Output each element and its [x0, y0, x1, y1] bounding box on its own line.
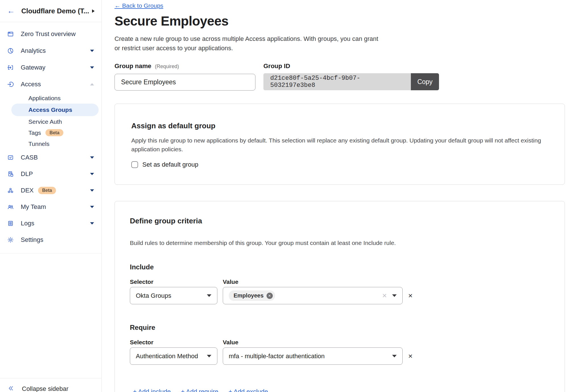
account-header[interactable]: ← Cloudflare Demo (T... [0, 0, 101, 22]
group-name-label: Group name [115, 62, 151, 70]
logs-icon [7, 220, 14, 227]
chevron-up-icon[interactable] [90, 83, 94, 85]
include-heading: Include [130, 263, 550, 271]
page-description: Create a new rule group to use across mu… [115, 34, 568, 53]
analytics-icon [7, 47, 14, 54]
chevron-down-icon[interactable] [90, 206, 94, 208]
sidebar-item-gateway[interactable]: Gateway [0, 59, 101, 76]
account-name: Cloudflare Demo (T... [21, 7, 92, 15]
chevron-down-icon[interactable] [90, 156, 94, 159]
value-tag: Employees ✕ [229, 290, 275, 301]
sidebar-nav: Zero Trust overview Analytics Gateway [0, 22, 101, 253]
require-selector-dropdown[interactable]: Authentication Method [130, 347, 217, 365]
set-default-group-label: Set as default group [142, 161, 198, 168]
sidebar-item-label: Logs [21, 220, 34, 227]
caret-right-icon[interactable] [92, 9, 95, 13]
clear-values-icon[interactable]: ✕ [382, 292, 387, 299]
assign-default-group-card: Assign as default group Apply this rule … [115, 104, 565, 185]
add-include-link[interactable]: + Add include [133, 388, 171, 392]
define-group-criteria-card: Define group criteria Build rules to det… [115, 201, 565, 392]
sidebar-item-label: DEX [21, 187, 34, 194]
copy-button[interactable]: Copy [411, 73, 439, 90]
add-rule-links: + Add include + Add require + Add exclud… [130, 388, 550, 392]
sidebar-item-label: Access [21, 81, 41, 88]
page-title: Secure Employees [115, 13, 568, 29]
sidebar-item-access-groups[interactable]: Access Groups [11, 104, 99, 116]
sidebar-item-logs[interactable]: Logs [0, 215, 101, 232]
include-value-multiselect[interactable]: Employees ✕ ✕ [223, 287, 403, 304]
require-value-dropdown[interactable]: mfa - multiple-factor authentication [223, 347, 403, 365]
sidebar-item-label: Gateway [21, 64, 45, 71]
chevron-down-icon [392, 355, 397, 357]
back-arrow-icon[interactable]: ← [7, 7, 15, 15]
chevron-down-icon[interactable] [90, 189, 94, 192]
sidebar-item-applications[interactable]: Applications [0, 93, 101, 104]
chevron-down-icon[interactable] [90, 173, 94, 175]
sidebar-item-tags[interactable]: Tags Beta [0, 127, 101, 138]
chevron-down-icon [207, 294, 211, 297]
sidebar-item-my-team[interactable]: My Team [0, 199, 101, 215]
require-selector-label: Selector [130, 339, 223, 346]
sidebar-item-settings[interactable]: Settings [0, 232, 101, 248]
sidebar-item-label: Zero Trust overview [21, 30, 76, 38]
sidebar-item-service-auth[interactable]: Service Auth [0, 116, 101, 127]
back-to-groups-link[interactable]: ← Back to Groups [115, 2, 163, 9]
set-default-group-checkbox[interactable] [131, 161, 138, 168]
group-name-id-row: Group name (Required) Group ID d21ce80f-… [115, 62, 568, 91]
chevron-down-icon[interactable] [90, 66, 94, 69]
settings-gear-icon [7, 236, 14, 243]
sidebar-item-analytics[interactable]: Analytics [0, 42, 101, 59]
sidebar-item-access[interactable]: Access [0, 76, 101, 93]
remove-include-rule-icon[interactable]: ✕ [408, 292, 413, 299]
group-id-label: Group ID [263, 62, 439, 70]
sidebar-item-casb[interactable]: CASB [0, 149, 101, 166]
add-exclude-link[interactable]: + Add exclude [228, 388, 268, 392]
include-selector-value: Okta Groups [136, 292, 171, 299]
require-rule-row: Authentication Method mfa - multiple-fac… [130, 347, 550, 365]
sidebar-item-label: DLP [21, 170, 33, 178]
my-team-icon [7, 204, 14, 210]
group-name-input[interactable] [115, 74, 255, 91]
chevron-down-icon[interactable] [90, 222, 94, 225]
add-require-link[interactable]: + Add require [181, 388, 218, 392]
require-heading: Require [130, 324, 550, 332]
sidebar-item-label: Settings [21, 236, 43, 244]
beta-badge: Beta [45, 129, 63, 137]
sidebar-divider [0, 253, 101, 253]
value-tag-label: Employees [234, 292, 264, 299]
define-criteria-title: Define group criteria [130, 217, 550, 225]
main-content: ← Back to Groups Secure Employees Create… [102, 0, 568, 392]
require-value-text: mfa - multiple-factor authentication [229, 353, 325, 360]
sidebar-item-label: Tags [28, 129, 41, 136]
sidebar-item-dlp[interactable]: DLP [0, 166, 101, 182]
sidebar-item-label: CASB [21, 154, 38, 161]
required-hint: (Required) [155, 64, 179, 69]
dlp-icon [7, 171, 14, 177]
define-criteria-description: Build rules to determine membership of t… [130, 238, 550, 247]
include-value-label: Value [223, 278, 238, 285]
group-id-value: d21ce80f-5a25-4bcf-9b07-5032197e3be8 [263, 73, 411, 90]
tag-remove-icon[interactable]: ✕ [267, 293, 273, 299]
sidebar-item-label: Analytics [21, 47, 46, 54]
require-value-label: Value [223, 339, 238, 346]
page-description-line1: Create a new rule group to use across mu… [115, 34, 568, 43]
casb-icon [7, 154, 14, 161]
collapse-sidebar-label: Collapse sidebar [22, 385, 68, 392]
assign-default-group-title: Assign as default group [131, 121, 548, 130]
remove-require-rule-icon[interactable]: ✕ [408, 353, 413, 360]
sidebar-item-label: My Team [21, 203, 46, 211]
collapse-sidebar-button[interactable]: Collapse sidebar [0, 378, 102, 392]
gateway-icon [7, 64, 14, 71]
assign-default-group-description: Apply this rule group to new application… [131, 136, 548, 154]
access-subnav: Applications Access Groups Service Auth … [0, 93, 101, 149]
sidebar-item-dex[interactable]: DEX Beta [0, 182, 101, 199]
zero-trust-dashboard: ← Cloudflare Demo (T... Zero Trust overv… [0, 0, 568, 392]
sidebar-item-tunnels[interactable]: Tunnels [0, 138, 101, 149]
include-selector-dropdown[interactable]: Okta Groups [130, 287, 217, 304]
collapse-chevrons-icon [8, 385, 14, 392]
dex-icon [7, 187, 14, 194]
beta-badge: Beta [38, 187, 56, 194]
access-icon [7, 81, 14, 88]
sidebar-item-zero-trust-overview[interactable]: Zero Trust overview [0, 26, 101, 42]
chevron-down-icon[interactable] [90, 50, 94, 52]
